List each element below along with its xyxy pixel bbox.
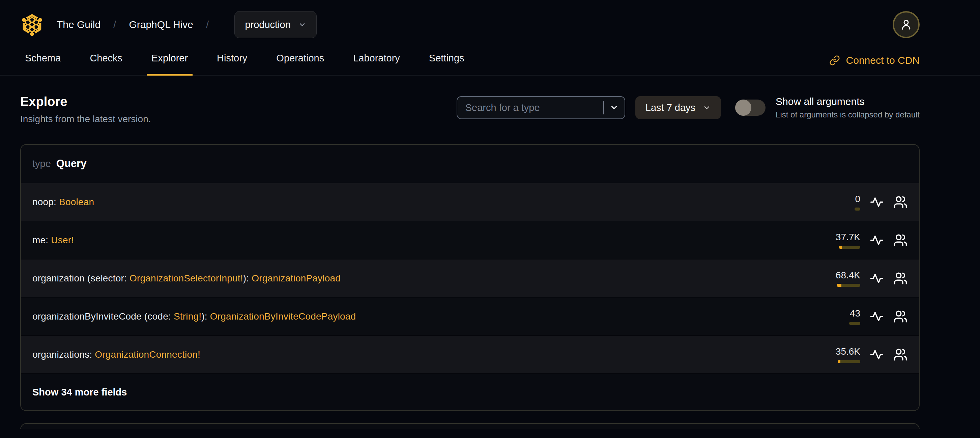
field-users-icon[interactable] [893,271,907,285]
field-usage-bar [839,246,860,249]
page-subtitle: Insights from the latest version. [20,114,151,124]
tab-checks[interactable]: Checks [85,46,127,76]
type-search-combobox [457,96,625,119]
field-usage-bar [849,322,860,325]
field-request-count: 0 [855,194,860,204]
field-request-count: 43 [850,308,860,319]
field-request-stat: 37.7K [829,232,860,249]
chevron-down-icon [298,21,306,29]
field-request-count: 37.7K [836,232,860,243]
connect-to-cdn-link[interactable]: Connect to CDN [829,55,920,75]
field-row: organizations: OrganizationConnection! 3… [21,335,919,373]
project-nav: SchemaChecksExplorerHistoryOperationsLab… [0,46,980,76]
type-card-query: type Query noop: Boolean 0 m [20,144,920,411]
tab-history[interactable]: History [212,46,252,76]
breadcrumb-separator: / [206,19,209,30]
breadcrumb-org[interactable]: The Guild [57,19,100,30]
target-selector-dropdown[interactable]: production [234,11,316,38]
type-card-header: type Query [21,145,919,183]
tab-schema[interactable]: Schema [20,46,65,76]
user-avatar[interactable] [892,11,920,38]
show-more-fields-button[interactable]: Show 34 more fields [21,373,919,410]
field-request-stat: 68.4K [829,270,860,287]
field-request-count: 68.4K [836,270,860,281]
field-activity-icon[interactable] [870,347,884,362]
field-request-stat: 43 [829,308,860,325]
field-usage-bar [854,207,860,210]
field-request-stat: 35.6K [829,346,860,363]
field-users-icon[interactable] [893,309,907,323]
connect-to-cdn-label: Connect to CDN [846,55,920,66]
link-icon [829,55,840,66]
type-name: Query [56,158,87,170]
field-signature: me: User! [32,235,74,246]
show-all-arguments-toggle[interactable] [735,100,765,116]
next-type-card-partial [20,423,920,429]
field-request-count: 35.6K [836,346,860,357]
period-value: Last 7 days [646,102,695,113]
type-search-input[interactable] [457,102,603,113]
user-icon [899,18,913,31]
period-dropdown[interactable]: Last 7 days [635,96,721,119]
page-title: Explore [20,94,151,109]
field-signature: organizations: OrganizationConnection! [32,349,200,360]
toggle-description: List of arguments is collapsed by defaul… [776,110,920,119]
tab-laboratory[interactable]: Laboratory [348,46,405,76]
toggle-knob [735,100,751,116]
hive-logo-icon[interactable] [20,12,44,37]
field-activity-icon[interactable] [870,195,884,209]
field-signature: noop: Boolean [32,197,94,207]
top-bar: The Guild / GraphQL Hive / production [0,0,980,40]
field-signature: organization (selector: OrganizationSele… [32,273,340,284]
field-users-icon[interactable] [893,195,907,209]
field-request-stat: 0 [829,194,860,210]
field-activity-icon[interactable] [870,271,884,285]
explore-page: Explore Insights from the latest version… [0,94,980,429]
field-row: me: User! 37.7K [21,221,919,259]
toggle-label: Show all arguments [776,96,920,107]
tab-operations[interactable]: Operations [272,46,329,76]
field-usage-bar [837,284,860,287]
field-users-icon[interactable] [893,347,907,362]
field-signature: organizationByInviteCode (code: String!)… [32,311,356,322]
field-users-icon[interactable] [893,233,907,247]
breadcrumb-project[interactable]: GraphQL Hive [129,19,193,30]
target-selector-value: production [245,19,290,30]
field-row: noop: Boolean 0 [21,183,919,221]
search-chevron-down-icon[interactable] [604,103,625,112]
tab-explorer[interactable]: Explorer [147,46,192,76]
field-activity-icon[interactable] [870,233,884,247]
tab-settings[interactable]: Settings [424,46,469,76]
field-usage-bar [838,360,860,363]
field-row: organizationByInviteCode (code: String!)… [21,297,919,335]
field-activity-icon[interactable] [870,309,884,323]
chevron-down-icon [703,104,711,112]
field-row: organization (selector: OrganizationSele… [21,259,919,297]
type-kind-label: type [32,158,51,169]
breadcrumb-separator: / [113,19,116,30]
